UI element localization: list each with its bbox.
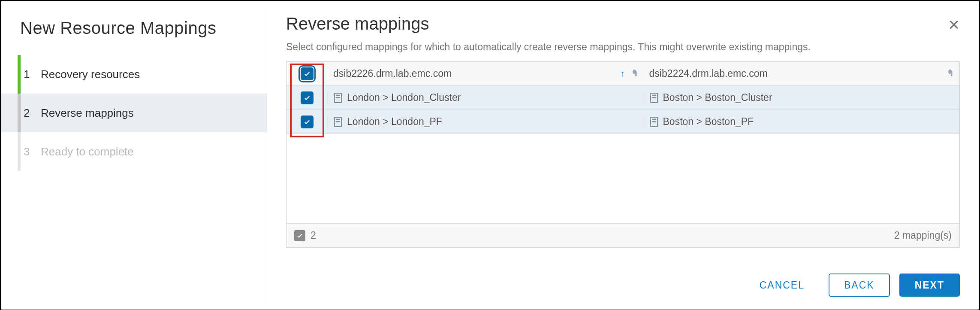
table-footer: 2 2 mapping(s) <box>286 223 959 247</box>
cluster-icon <box>333 116 343 128</box>
next-button[interactable]: NEXT <box>899 274 960 297</box>
page-description: Select configured mappings for which to … <box>286 41 960 53</box>
step-number: 2 <box>24 106 41 120</box>
svg-rect-1 <box>336 94 340 96</box>
wizard-sidebar: New Resource Mappings 1 Recovery resourc… <box>1 1 267 310</box>
svg-rect-5 <box>652 97 656 98</box>
close-icon[interactable]: ✕ <box>948 18 960 32</box>
page-title: Reverse mappings <box>286 14 960 33</box>
row-checkbox[interactable] <box>301 115 314 128</box>
cancel-button[interactable]: CANCEL <box>745 274 819 297</box>
step-rail-current <box>18 94 21 132</box>
sort-asc-icon[interactable]: ↑ <box>621 69 625 79</box>
step-rail-done <box>18 55 21 94</box>
step-rail-todo <box>18 132 21 171</box>
selected-count: 2 <box>311 230 316 241</box>
total-mappings: 2 mapping(s) <box>894 230 952 241</box>
wizard-dialog: New Resource Mappings 1 Recovery resourc… <box>0 0 980 310</box>
svg-rect-10 <box>652 119 656 120</box>
wizard-title: New Resource Mappings <box>1 14 267 55</box>
wizard-footer: CANCEL BACK NEXT <box>286 274 960 297</box>
row-target: Boston > Boston_PF <box>663 116 754 128</box>
svg-rect-8 <box>336 121 340 122</box>
svg-rect-2 <box>336 97 340 98</box>
step-recovery-resources[interactable]: 1 Recovery resources <box>1 55 267 94</box>
step-label: Reverse mappings <box>41 106 134 120</box>
table-row[interactable]: London > London_Cluster Boston > Boston_… <box>286 86 959 110</box>
table-body: London > London_Cluster Boston > Boston_… <box>286 86 959 223</box>
selection-indicator-icon <box>294 230 305 241</box>
svg-rect-4 <box>652 94 656 96</box>
cluster-icon <box>649 116 659 128</box>
row-source: London > London_PF <box>347 116 442 128</box>
step-number: 3 <box>24 145 41 158</box>
back-button[interactable]: BACK <box>829 274 890 297</box>
row-checkbox[interactable] <box>301 91 314 104</box>
svg-rect-11 <box>652 121 656 122</box>
svg-rect-7 <box>336 119 340 120</box>
row-target: Boston > Boston_Cluster <box>663 92 772 103</box>
column-header-target[interactable]: dsib2224.drm.lab.emc.com <box>649 68 768 79</box>
row-source: London > London_Cluster <box>347 92 461 103</box>
select-all-checkbox[interactable] <box>301 67 314 80</box>
filter-icon[interactable]: 🖣 <box>947 69 954 78</box>
cluster-icon <box>649 92 659 103</box>
filter-icon[interactable]: 🖣 <box>631 69 639 78</box>
step-number: 1 <box>24 68 41 81</box>
wizard-main: ✕ Reverse mappings Select configured map… <box>267 1 979 310</box>
table-header: dsib2226.drm.lab.emc.com ↑ 🖣 dsib2224.dr… <box>286 62 959 86</box>
step-label: Ready to complete <box>41 145 134 158</box>
cluster-icon <box>333 92 343 103</box>
step-ready-to-complete: 3 Ready to complete <box>1 132 267 171</box>
table-row[interactable]: London > London_PF Boston > Boston_PF <box>286 110 959 134</box>
mappings-table: dsib2226.drm.lab.emc.com ↑ 🖣 dsib2224.dr… <box>286 61 960 248</box>
step-reverse-mappings[interactable]: 2 Reverse mappings <box>1 94 267 132</box>
column-header-source[interactable]: dsib2226.drm.lab.emc.com <box>333 68 452 79</box>
step-label: Recovery resources <box>41 68 140 81</box>
